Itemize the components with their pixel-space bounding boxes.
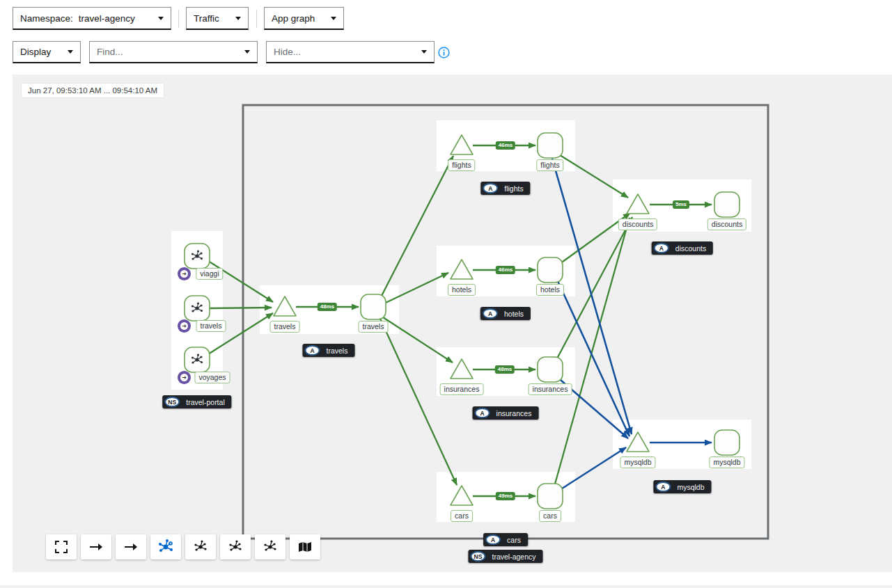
app-badge-icon: A [654,243,669,253]
app-node-discounts[interactable] [714,192,740,217]
find-input[interactable] [90,42,242,62]
namespace-badge-travel-agency[interactable]: NStravel-agency [468,550,542,563]
service-label-hotels[interactable]: hotels [448,284,476,296]
graph-layout-icon [158,539,173,555]
edge-travels-wl-travels[interactable] [210,308,272,308]
traffic-source-icon: ➜ [178,371,191,384]
app-badge-icon: A [483,183,498,193]
traffic-source-icon: ➜ [178,319,191,333]
expand-icon [55,541,68,553]
page-bottom-divider [0,585,892,588]
layout-button-active[interactable] [150,534,181,559]
find-input-group [89,41,258,63]
layout-button-4[interactable] [255,534,285,559]
service-label-discounts[interactable]: discounts [618,218,657,230]
app-badge-icon: A [655,482,671,492]
app-badge-icon: A [483,308,498,319]
chevron-down-icon [68,50,73,54]
edge-travels-insurances[interactable] [383,317,453,363]
app-badge-icon: A [485,534,501,545]
app-badge-icon: A [475,408,490,418]
app-badge-mysqldb[interactable]: Amysqldb [653,480,711,493]
app-node-travels[interactable] [361,294,386,319]
app-node-mysqldb[interactable] [714,430,740,455]
layout-button-3[interactable] [220,534,251,559]
ns-badge-icon: NS [470,551,485,562]
display-label: Display [20,47,51,57]
app-label-mysqldb[interactable]: mysqldb [709,456,744,468]
graph-type-label: App graph [272,13,315,24]
graph-layout-icon [194,540,208,554]
app-badge-text: flights [504,184,523,193]
edge-label-travels[interactable]: 48ms [318,303,337,311]
app-node-insurances[interactable] [538,357,563,382]
app-label-travels[interactable]: travels [359,321,389,333]
minimap-icon [298,541,312,553]
ns-badge-text: travel-portal [186,398,224,406]
app-badge-hotels[interactable]: Ahotels [480,307,531,320]
workload-label-viaggi[interactable]: viaggi [196,268,223,280]
edge-travels-cars[interactable] [380,319,457,485]
namespace-label: Namespace: [20,13,73,24]
app-badge-travels[interactable]: Atravels [303,344,355,357]
chevron-down-icon[interactable] [244,50,250,54]
chevron-down-icon [235,17,241,20]
minimap-toggle-button[interactable] [290,534,320,559]
chevron-down-icon[interactable] [421,50,427,54]
app-node-hotels[interactable] [538,257,563,283]
app-label-hotels[interactable]: hotels [536,284,564,296]
service-label-flights[interactable]: flights [448,159,475,171]
workload-label-voyages[interactable]: voyages [194,372,230,383]
app-label-insurances[interactable]: insurances [529,383,572,395]
app-label-flights[interactable]: flights [536,159,563,171]
hide-input-group [266,41,435,63]
app-badge-text: discounts [675,244,706,253]
arrow-right-icon [89,543,103,551]
arrow-tool-button-2[interactable] [116,534,146,559]
app-badge-text: cars [507,536,521,544]
service-label-insurances[interactable]: insurances [440,383,484,395]
app-badge-text: mysqldb [677,483,704,491]
app-badge-discounts[interactable]: Adiscounts [652,241,713,255]
app-badge-flights[interactable]: Aflights [480,182,530,195]
service-label-cars[interactable]: cars [451,510,473,522]
edge-label-cars[interactable]: 49ms [496,492,515,500]
app-node-cars[interactable] [538,484,563,509]
arrow-tool-button-1[interactable] [81,534,111,559]
graph-type-dropdown[interactable]: App graph [264,7,344,30]
traffic-source-icon: ➜ [178,267,191,280]
namespace-select[interactable]: Namespace: travel-agency [13,7,171,30]
display-dropdown[interactable]: Display [13,41,81,63]
graph-layout-icon [228,540,242,554]
app-label-discounts[interactable]: discounts [707,218,746,230]
app-node-flights[interactable] [538,133,563,158]
workload-label-travels[interactable]: travels [196,320,226,332]
edge-label-discounts[interactable]: 5ms [673,200,689,209]
graph-layout-icon [263,540,277,554]
hide-input[interactable] [267,42,418,62]
info-icon[interactable] [438,47,450,58]
edge-label-insurances[interactable]: 48ms [495,365,515,374]
layout-button-2[interactable] [185,534,216,559]
arrow-right-icon [124,543,138,551]
app-badge-cars[interactable]: Acars [483,533,528,546]
service-label-travels[interactable]: travels [270,321,300,333]
app-label-cars[interactable]: cars [539,510,561,522]
zoom-to-fit-button[interactable] [46,534,77,559]
app-badge-text: insurances [496,409,532,418]
edge-label-hotels[interactable]: 46ms [496,266,515,274]
traffic-dropdown[interactable]: Traffic [186,7,249,30]
graph-canvas[interactable]: Jun 27, 09:53:10 AM ... 09:54:10 AM flig… [13,74,892,572]
chevron-down-icon [331,17,336,20]
edge-flights-discounts[interactable] [558,154,628,198]
app-badge-text: travels [327,347,348,355]
chevron-down-icon [158,17,164,20]
app-badge-icon: A [305,345,320,356]
edge-label-flights[interactable]: 46ms [496,141,515,150]
namespace-badge-travel-portal[interactable]: NStravel-portal [162,395,231,408]
traffic-label: Traffic [194,13,219,24]
app-badge-insurances[interactable]: Ainsurances [473,406,539,420]
service-label-mysqldb[interactable]: mysqldb [620,456,655,468]
time-range-label: Jun 27, 09:53:10 AM ... 09:54:10 AM [21,83,164,98]
divider [256,10,257,28]
